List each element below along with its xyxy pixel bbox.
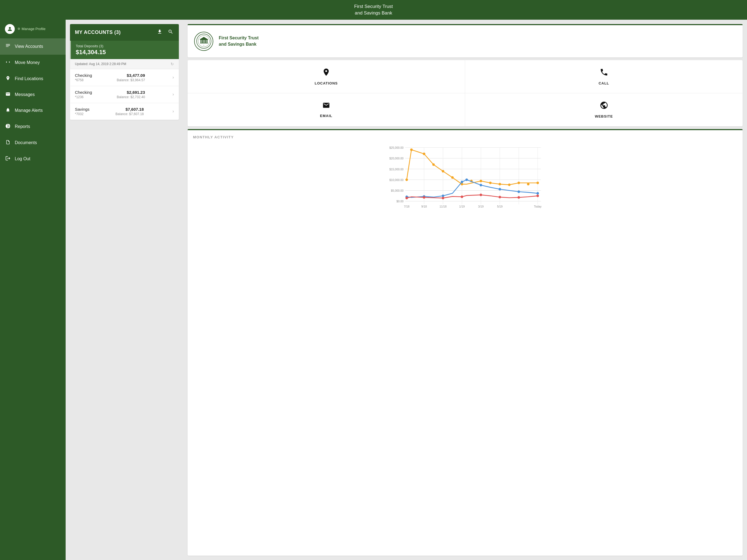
account-amounts: $7,607.18 Balance: $7,607.18 [115,107,144,116]
account-balance: Balance: $2,732.40 [117,95,145,99]
svg-text:3/19: 3/19 [478,205,484,208]
monthly-activity-header: MONTHLY ACTIVITY [187,130,743,142]
account-main-amount: $7,607.18 [115,107,144,111]
svg-point-69 [480,194,482,196]
sidebar-item-label: Log Out [15,156,30,161]
quick-action-locations[interactable]: LOCATIONS [187,60,465,93]
svg-rect-13 [200,43,208,44]
account-type: Checking [75,90,92,95]
svg-rect-11 [200,40,208,40]
account-row-checking-6758[interactable]: Checking *6758 $3,477.09 Balance: $3,964… [70,69,179,86]
svg-point-55 [537,182,539,184]
move-money-icon [5,59,11,66]
svg-text:$0.00: $0.00 [396,200,404,203]
quick-actions-grid: LOCATIONS CALL EMAIL [187,60,743,126]
svg-text:$5,000.00: $5,000.00 [391,189,404,192]
accounts-header: MY ACCOUNTS (3) [70,24,179,41]
gear-icon: ⚙ [18,27,20,31]
svg-point-68 [461,196,463,198]
account-balance: Balance: $7,607.18 [115,112,144,116]
quick-action-call[interactable]: CALL [465,60,743,93]
svg-point-41 [406,178,408,181]
location-icon [322,68,331,78]
svg-text:11/18: 11/18 [439,205,446,208]
svg-rect-6 [200,40,201,43]
sidebar-nav: View Accounts Move Money Find Locations … [0,39,66,560]
sidebar-item-label: View Accounts [15,44,43,49]
accounts-title: MY ACCOUNTS (3) [75,29,121,35]
locations-label: LOCATIONS [315,81,338,85]
avatar [5,24,15,34]
quick-action-website[interactable]: WEBSITE [465,93,743,126]
sidebar-item-label: Messages [15,92,35,97]
logout-icon [5,156,11,162]
svg-text:7/18: 7/18 [404,205,409,208]
bank-logo: 1 [194,32,213,51]
content-area: MY ACCOUNTS (3) Total Deposits (3) $14,3… [66,20,747,560]
svg-point-50 [489,182,492,184]
account-number: *6758 [75,78,92,82]
svg-rect-8 [203,40,204,43]
svg-point-63 [518,190,520,193]
monthly-activity-title: MONTHLY ACTIVITY [193,135,234,139]
accounts-icon [5,43,11,50]
svg-rect-9 [205,40,206,43]
account-amounts: $2,691.23 Balance: $2,732.40 [117,90,145,99]
chevron-right-icon: › [173,75,174,80]
sidebar-item-manage-alerts[interactable]: Manage Alerts [0,103,66,119]
account-balance: Balance: $3,964.57 [117,78,145,82]
call-label: CALL [598,81,609,85]
quick-action-email[interactable]: EMAIL [187,93,465,126]
bank-name: First Security Trust and Savings Bank [219,35,259,47]
refresh-icon[interactable]: ↻ [171,62,174,66]
account-number: *7032 [75,112,89,116]
sidebar-item-messages[interactable]: Messages [0,87,66,103]
bank-info-card: 1 First Security Trust and Savings Bank [187,24,743,57]
profile-label: ⚙ Manage Profile [18,27,45,31]
svg-point-64 [537,192,539,195]
website-label: WEBSITE [595,114,613,119]
svg-point-49 [480,180,482,182]
sidebar: ⚙ Manage Profile View Accounts Move Mone… [0,20,66,560]
download-button[interactable] [156,28,163,36]
monthly-activity-chart: $25,000.00 $20,000.00 $15,000.00 $10,000… [192,144,738,214]
svg-point-61 [480,184,482,186]
svg-point-44 [432,163,435,166]
svg-text:$20,000.00: $20,000.00 [389,157,404,160]
svg-text:$15,000.00: $15,000.00 [389,168,404,171]
svg-point-53 [518,182,520,184]
account-main-amount: $3,477.09 [117,73,145,78]
account-amounts: $3,477.09 Balance: $3,964.57 [117,73,145,82]
svg-rect-1 [6,44,10,45]
account-row-savings-7032[interactable]: Savings *7032 $7,607.18 Balance: $7,607.… [70,103,179,120]
search-button[interactable] [168,28,174,36]
svg-rect-10 [206,40,207,43]
sidebar-item-view-accounts[interactable]: View Accounts [0,39,66,55]
sidebar-item-log-out[interactable]: Log Out [0,151,66,167]
svg-text:1: 1 [203,45,204,46]
svg-point-65 [406,197,408,199]
svg-point-62 [498,188,501,190]
svg-point-70 [498,196,501,198]
svg-marker-12 [200,37,208,40]
accounts-panel: MY ACCOUNTS (3) Total Deposits (3) $14,3… [66,20,183,560]
account-info: Checking *6758 [75,73,92,82]
sidebar-item-find-locations[interactable]: Find Locations [0,71,66,87]
account-row-checking-1236[interactable]: Checking *1236 $2,691.23 Balance: $2,732… [70,86,179,103]
sidebar-item-label: Move Money [15,60,40,65]
profile-section[interactable]: ⚙ Manage Profile [0,20,66,39]
svg-point-52 [508,183,511,186]
account-number: *1236 [75,95,92,99]
svg-point-71 [518,196,520,199]
sidebar-item-documents[interactable]: Documents [0,135,66,151]
svg-text:1/19: 1/19 [459,205,465,208]
account-main-amount: $2,691.23 [117,90,145,95]
svg-point-43 [423,153,425,155]
header-title: First Security Trust and Savings Bank [354,4,393,16]
sidebar-item-move-money[interactable]: Move Money [0,55,66,71]
svg-rect-2 [6,45,10,46]
sidebar-item-reports[interactable]: Reports [0,119,66,135]
svg-text:9/18: 9/18 [421,205,427,208]
svg-point-59 [461,180,463,183]
svg-rect-3 [6,46,9,47]
